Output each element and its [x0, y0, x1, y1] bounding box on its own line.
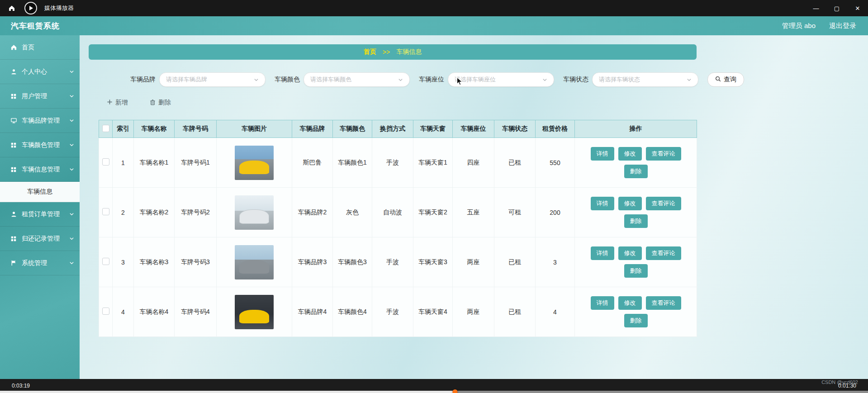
- edit-button[interactable]: 修改: [618, 296, 642, 310]
- sidebar-item-user-management[interactable]: 用户管理: [0, 84, 80, 109]
- filter-row: 车辆品牌 请选择车辆品牌 车辆颜色 请选择车辆颜色 车辆座位 请选择车辆座位: [130, 72, 744, 87]
- cell-gear: 手波: [372, 287, 413, 337]
- chevron-down-icon: [398, 77, 403, 82]
- delete-button[interactable]: 删除: [150, 99, 171, 107]
- row-checkbox[interactable]: [102, 308, 109, 315]
- maximize-button[interactable]: ▢: [826, 0, 847, 16]
- sidebar-item-color-management[interactable]: 车辆颜色管理: [0, 133, 80, 157]
- player-bar: CSDN @vcd602 0:03:19 0:01:30: [0, 379, 868, 393]
- delete-row-button[interactable]: 删除: [624, 214, 648, 228]
- filter-brand-label: 车辆品牌: [130, 76, 156, 84]
- sidebar-item-rental-orders[interactable]: 租赁订单管理: [0, 202, 80, 227]
- cell-seats: 两座: [453, 237, 494, 287]
- window-title: 媒体播放器: [44, 4, 74, 12]
- play-button-icon[interactable]: [24, 2, 37, 14]
- vehicle-table: 索引 车辆名称 车牌号码 车辆图片 车辆品牌 车辆颜色 换挡方式 车辆天窗 车辆…: [99, 120, 697, 337]
- sidebar-item-brand-management[interactable]: 车辆品牌管理: [0, 109, 80, 133]
- filter-status-label: 车辆状态: [563, 76, 588, 84]
- cell-brand: 斯巴鲁: [292, 138, 333, 188]
- trash-icon: [150, 99, 156, 107]
- chevron-down-icon: [69, 260, 74, 265]
- search-button[interactable]: 查询: [707, 72, 744, 87]
- breadcrumb-current: 车辆信息: [396, 48, 422, 56]
- user-icon: [10, 211, 17, 218]
- progress-handle[interactable]: [452, 389, 457, 393]
- chevron-down-icon: [69, 142, 74, 147]
- cell-seats: 五座: [453, 188, 494, 237]
- cell-brand: 车辆品牌3: [292, 237, 333, 287]
- col-color: 车辆颜色: [333, 120, 372, 138]
- cell-color: 车辆颜色4: [333, 287, 372, 337]
- grid-icon: [10, 93, 17, 100]
- cell-index: 1: [113, 138, 134, 188]
- cell-sunroof: 车辆天窗1: [413, 138, 453, 188]
- breadcrumb-home-link[interactable]: 首页: [364, 48, 376, 56]
- col-price: 租赁价格: [536, 120, 575, 138]
- toolbar: 新增 删除: [107, 99, 171, 107]
- col-status: 车辆状态: [494, 120, 536, 138]
- filter-seats-label: 车辆座位: [419, 76, 444, 84]
- home-icon[interactable]: [8, 5, 15, 12]
- delete-row-button[interactable]: 删除: [624, 314, 648, 327]
- sidebar-item-vehicle-info-active[interactable]: 车辆信息: [0, 182, 80, 202]
- sidebar-item-vehicle-info-management[interactable]: 车辆信息管理: [0, 157, 80, 182]
- sidebar-item-personal-center[interactable]: 个人中心: [0, 60, 80, 84]
- view-comments-button[interactable]: 查看评论: [646, 147, 681, 161]
- cell-plate: 车牌号码3: [175, 237, 217, 287]
- status-select[interactable]: 请选择车辆状态: [592, 72, 698, 87]
- seats-select[interactable]: 请选择车辆座位: [448, 72, 554, 87]
- chevron-down-icon: [687, 77, 692, 82]
- sidebar-item-return-records[interactable]: 归还记录管理: [0, 227, 80, 251]
- detail-button[interactable]: 详情: [591, 147, 614, 161]
- logout-link[interactable]: 退出登录: [829, 22, 856, 30]
- detail-button[interactable]: 详情: [591, 197, 614, 210]
- chevron-down-icon: [69, 69, 74, 74]
- row-checkbox[interactable]: [102, 258, 109, 265]
- sidebar-item-system-management[interactable]: 系统管理: [0, 251, 80, 275]
- cell-index: 2: [113, 188, 134, 237]
- detail-button[interactable]: 详情: [591, 246, 614, 260]
- edit-button[interactable]: 修改: [618, 147, 642, 161]
- cell-seats: 两座: [453, 287, 494, 337]
- app-header: 汽车租赁系统 管理员 abo 退出登录: [0, 16, 868, 35]
- chevron-down-icon: [69, 118, 74, 123]
- detail-button[interactable]: 详情: [591, 296, 614, 310]
- delete-row-button[interactable]: 删除: [624, 264, 648, 278]
- brand-select[interactable]: 请选择车辆品牌: [159, 72, 266, 87]
- cell-index: 3: [113, 237, 134, 287]
- row-checkbox[interactable]: [102, 208, 109, 215]
- add-button[interactable]: 新增: [107, 99, 128, 107]
- col-name: 车辆名称: [134, 120, 175, 138]
- color-select[interactable]: 请选择车辆颜色: [304, 72, 410, 87]
- sidebar-item-home[interactable]: 首页: [0, 35, 80, 60]
- view-comments-button[interactable]: 查看评论: [646, 197, 681, 210]
- breadcrumb-separator: >>: [383, 48, 390, 56]
- user-icon: [10, 68, 17, 76]
- progress-bar[interactable]: [0, 391, 868, 393]
- cell-gear: 手波: [372, 237, 413, 287]
- cell-status: 已租: [494, 237, 536, 287]
- edit-button[interactable]: 修改: [618, 246, 642, 260]
- table-row: 1 车辆名称1 车牌号码1 斯巴鲁 车辆颜色1 手波 车辆天窗1 四座 已租 5…: [99, 138, 697, 188]
- cell-name: 车辆名称4: [134, 287, 175, 337]
- cell-status: 已租: [494, 138, 536, 188]
- edit-button[interactable]: 修改: [618, 197, 642, 210]
- col-sunroof: 车辆天窗: [413, 120, 453, 138]
- view-comments-button[interactable]: 查看评论: [646, 296, 681, 310]
- chevron-down-icon: [69, 167, 74, 172]
- progress-played: [0, 391, 455, 393]
- admin-user-label[interactable]: 管理员 abo: [782, 22, 816, 30]
- table-row: 2 车辆名称2 车牌号码2 车辆品牌2 灰色 自动波 车辆天窗2 五座 可租 2…: [99, 188, 697, 237]
- table-row: 4 车辆名称4 车牌号码4 车辆品牌4 车辆颜色4 手波 车辆天窗4 两座 已租…: [99, 287, 697, 337]
- chevron-down-icon: [542, 77, 547, 82]
- col-image: 车辆图片: [217, 120, 292, 138]
- cell-seats: 四座: [453, 138, 494, 188]
- search-icon: [715, 76, 721, 83]
- row-checkbox[interactable]: [102, 158, 109, 166]
- car-photo: [235, 245, 274, 279]
- minimize-button[interactable]: —: [806, 0, 826, 16]
- close-button[interactable]: ✕: [847, 0, 868, 16]
- select-all-checkbox[interactable]: [102, 125, 109, 132]
- view-comments-button[interactable]: 查看评论: [646, 246, 681, 260]
- delete-row-button[interactable]: 删除: [624, 165, 648, 178]
